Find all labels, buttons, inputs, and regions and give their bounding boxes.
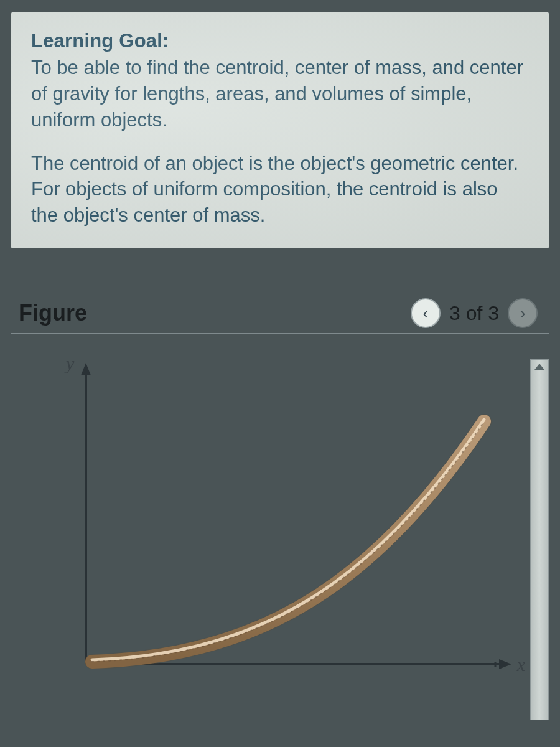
learning-goal-box: Learning Goal: To be able to find the ce…: [11, 12, 549, 248]
figure-pager: ‹ 3 of 3 ›: [411, 298, 538, 328]
chevron-right-icon: ›: [520, 305, 526, 321]
pager-position-text: 3 of 3: [449, 302, 499, 325]
chevron-left-icon: ‹: [423, 305, 429, 321]
figure-header-bar: Figure ‹ 3 of 3 ›: [11, 298, 549, 334]
learning-goal-body: To be able to find the centroid, center …: [31, 55, 529, 133]
centroid-curve-graph: y x: [49, 359, 521, 683]
pager-prev-button[interactable]: ‹: [411, 298, 441, 328]
centroid-description: The centroid of an object is the object'…: [31, 151, 529, 229]
curve-tube: [49, 359, 521, 683]
figure-area: y x: [11, 359, 549, 720]
figure-scrollbar[interactable]: [530, 359, 549, 720]
scroll-up-arrow-icon: [534, 364, 544, 370]
learning-goal-title: Learning Goal:: [31, 30, 529, 52]
figure-label: Figure: [19, 300, 87, 326]
pager-next-button[interactable]: ›: [508, 298, 538, 328]
